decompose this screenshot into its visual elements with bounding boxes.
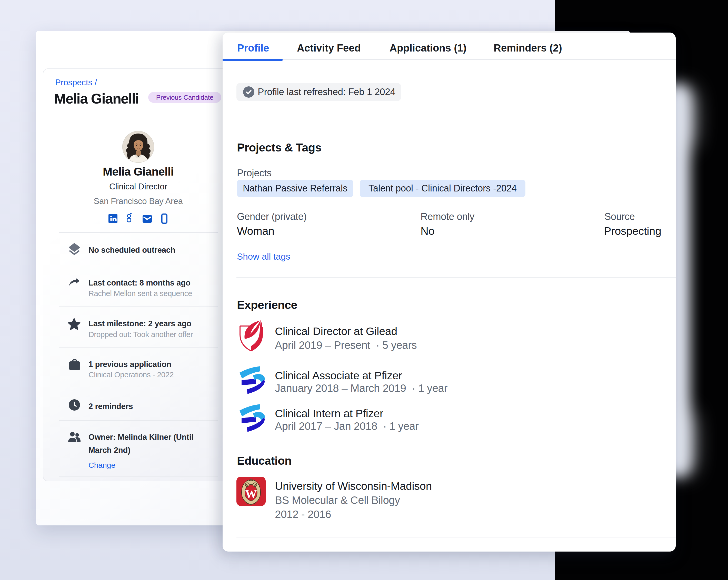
svg-text:W: W	[245, 488, 257, 501]
